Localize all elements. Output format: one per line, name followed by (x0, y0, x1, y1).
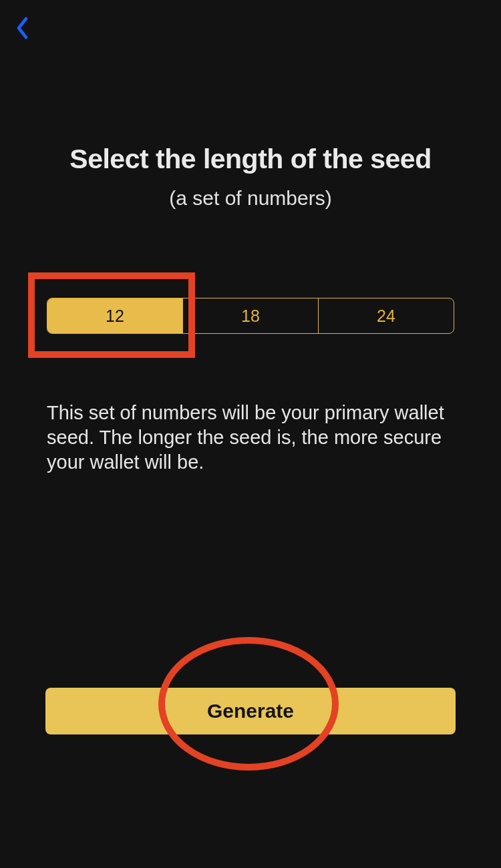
page-title: Select the length of the seed (0, 144, 501, 175)
back-button[interactable] (12, 17, 33, 41)
page-subtitle: (a set of numbers) (0, 187, 501, 210)
chevron-left-icon (16, 17, 29, 42)
seed-option-18[interactable]: 18 (183, 298, 319, 333)
generate-button[interactable]: Generate (45, 688, 456, 734)
seed-description: This set of numbers will be your primary… (47, 401, 454, 475)
seed-length-segmented: 12 18 24 (47, 298, 454, 334)
generate-button-label: Generate (207, 700, 294, 722)
seed-option-24[interactable]: 24 (319, 298, 454, 333)
seed-option-12[interactable]: 12 (47, 298, 183, 333)
